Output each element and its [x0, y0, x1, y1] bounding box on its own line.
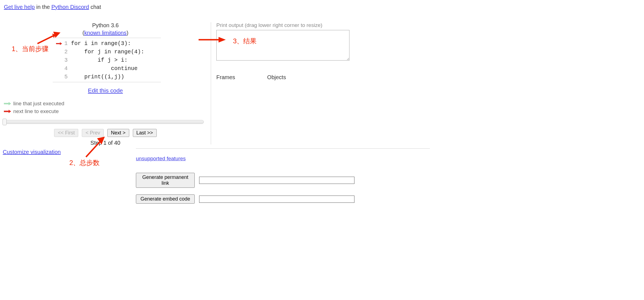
prev-button[interactable]: < Prev — [82, 129, 104, 137]
code-line: 2 for j in range(4): — [53, 48, 161, 56]
unsupported-wrap: unsupported features — [136, 156, 354, 162]
code-line: 5 print((i,j)) — [53, 72, 161, 81]
annotation-2-arrow-icon — [83, 136, 108, 158]
svg-marker-3 — [9, 102, 11, 105]
last-button[interactable]: Last >> — [133, 129, 157, 137]
line-number: 4 — [64, 65, 71, 72]
legend-next: next line to execute — [4, 108, 208, 114]
executed-arrow-icon — [4, 101, 12, 107]
annotation-1-label: 1、当前步骤 — [12, 44, 49, 53]
python-version-label: Python 3.6 — [3, 22, 208, 29]
bottom-section: unsupported features Generate permanent … — [136, 156, 354, 210]
generate-permalink-button[interactable]: Generate permanent link — [136, 173, 195, 188]
python-discord-link[interactable]: Python Discord — [51, 4, 89, 10]
help-line: Get live help in the Python Discord chat — [4, 4, 101, 10]
code-box: 1 for i in range(3): 2 for j in range(4)… — [53, 38, 161, 82]
svg-marker-5 — [9, 110, 11, 113]
nav-buttons: << First < Prev Next > Last >> — [3, 129, 208, 137]
permalink-row: Generate permanent link — [136, 173, 354, 188]
code-text: for j in range(4): — [71, 49, 144, 55]
code-text: for i in range(3): — [71, 40, 131, 47]
annotation-2-label: 2、总步数 — [69, 158, 100, 167]
legend: line that just executed next line to exe… — [4, 101, 208, 114]
horizontal-divider — [136, 148, 430, 149]
step-slider[interactable] — [3, 120, 204, 124]
output-panel: Print output (drag lower right corner to… — [216, 22, 366, 81]
slider-handle[interactable] — [2, 119, 7, 125]
customize-visualization-link[interactable]: Customize visualization — [3, 149, 61, 155]
legend-executed-label: line that just executed — [13, 101, 64, 107]
known-limitations-link[interactable]: known limitations — [84, 30, 126, 36]
code-line: 4 continue — [53, 64, 161, 72]
paren-open: ( — [82, 30, 84, 36]
legend-executed: line that just executed — [4, 101, 208, 107]
code-visualizer-panel: Python 3.6 (known limitations) 1 for i i… — [3, 22, 208, 155]
paren-close: ) — [126, 30, 128, 36]
next-button[interactable]: Next > — [107, 129, 129, 137]
frames-label: Frames — [216, 74, 235, 80]
objects-label: Objects — [267, 74, 286, 80]
line-number: 5 — [64, 74, 71, 80]
edit-this-code-link[interactable]: Edit this code — [88, 87, 123, 94]
next-arrow-icon — [4, 108, 12, 114]
line-number: 1 — [64, 40, 71, 47]
legend-next-label: next line to execute — [13, 108, 59, 114]
annotation-1-arrow-icon — [36, 31, 61, 45]
frames-objects-row: Frames Objects — [216, 74, 366, 81]
embed-input[interactable] — [199, 196, 354, 203]
edit-code-wrap: Edit this code — [3, 87, 208, 94]
print-output-label: Print output (drag lower right corner to… — [216, 22, 366, 28]
code-text: if j > i: — [71, 57, 128, 63]
svg-line-6 — [37, 35, 55, 44]
line-number: 3 — [64, 57, 71, 63]
svg-marker-12 — [219, 37, 226, 42]
embed-row: Generate embed code — [136, 194, 354, 204]
generate-embed-button[interactable]: Generate embed code — [136, 194, 195, 204]
limitations-line: (known limitations) — [3, 30, 208, 36]
annotation-3-arrow-icon — [199, 36, 226, 44]
get-live-help-link[interactable]: Get live help — [4, 4, 35, 10]
help-chat: chat — [89, 4, 101, 10]
code-line: 1 for i in range(3): — [53, 39, 161, 48]
first-button[interactable]: << First — [54, 129, 78, 137]
help-in-the: in the — [35, 4, 51, 10]
line-number: 2 — [64, 49, 71, 55]
svg-line-9 — [86, 140, 101, 157]
code-text: continue — [71, 65, 138, 72]
code-line: 3 if j > i: — [53, 56, 161, 64]
permalink-input[interactable] — [199, 177, 354, 184]
code-text: print((i,j)) — [71, 74, 124, 80]
annotation-3-label: 3、结果 — [233, 37, 257, 46]
unsupported-features-link[interactable]: unsupported features — [136, 156, 186, 161]
